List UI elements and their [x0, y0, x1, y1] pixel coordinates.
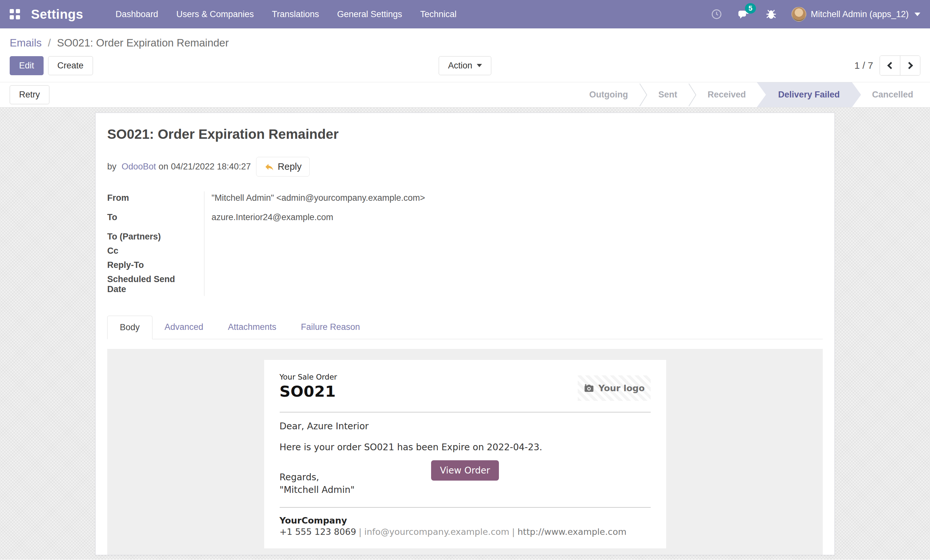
byline-by: by	[107, 162, 119, 172]
field-value: azure.Interior24@example.com	[204, 211, 823, 230]
byline-datetime: 04/21/2022 18:40:27	[171, 162, 251, 172]
messages-icon[interactable]: 5	[737, 8, 751, 21]
status-cancelled[interactable]: Cancelled	[861, 82, 924, 107]
footer-separator: |	[356, 527, 364, 537]
reply-button[interactable]: Reply	[256, 157, 309, 177]
action-dropdown-button[interactable]: Action	[439, 56, 491, 75]
footer-company: YourCompany	[280, 515, 651, 525]
chevron-down-icon	[915, 12, 920, 16]
logo-placeholder[interactable]: Your logo	[578, 375, 650, 401]
breadcrumb: Emails / SO021: Order Expiration Remaind…	[10, 32, 920, 51]
status-separator-icon	[688, 82, 696, 107]
field-scheduled-send-date: Scheduled Send Date	[107, 273, 823, 296]
pager-value: 1 / 7	[855, 60, 873, 71]
user-menu[interactable]: Mitchell Admin (apps_12)	[791, 7, 920, 22]
chevron-down-icon	[477, 64, 482, 67]
email-card: Your Sale Order SO021 Your logo Dear, Az…	[264, 360, 666, 548]
field-label: Reply-To	[107, 258, 204, 273]
divider	[280, 412, 651, 412]
field-to-partners: To (Partners)	[107, 230, 823, 244]
email-body-line: Here is your order SO021 has been Expire…	[280, 442, 651, 452]
edit-button[interactable]: Edit	[10, 56, 44, 75]
user-name: Mitchell Admin (apps_12)	[811, 9, 909, 19]
field-value	[204, 230, 823, 244]
apps-grid-icon[interactable]	[10, 9, 20, 19]
create-button[interactable]: Create	[48, 56, 93, 75]
breadcrumb-separator: /	[45, 37, 54, 49]
chevron-left-icon	[887, 62, 895, 69]
top-navbar: Settings Dashboard Users & Companies Tra…	[0, 0, 930, 28]
odoo-link[interactable]: Odoo	[482, 555, 507, 555]
footer-contact-line: +1 555 123 8069|info@yourcompany.example…	[280, 527, 651, 537]
activities-clock-icon[interactable]	[711, 8, 722, 20]
menu-users-companies[interactable]: Users & Companies	[176, 9, 254, 19]
footer-separator: |	[509, 527, 517, 537]
status-received[interactable]: Received	[696, 82, 757, 107]
footer-website: http://www.example.com	[517, 527, 627, 537]
form-background: SO021: Order Expiration Remainder by Odo…	[0, 108, 930, 560]
byline-on: on	[159, 162, 171, 172]
menu-general-settings[interactable]: General Settings	[337, 9, 402, 19]
reply-arrow-icon	[264, 162, 274, 172]
notebook-tabs: Body Advanced Attachments Failure Reason	[107, 315, 823, 339]
field-label: Scheduled Send Date	[107, 273, 204, 296]
chevron-right-icon	[905, 62, 913, 69]
status-delivery-failed[interactable]: Delivery Failed	[757, 82, 861, 107]
field-to: To azure.Interior24@example.com	[107, 211, 823, 230]
byline: by OdooBot on 04/21/2022 18:40:27 Reply	[107, 157, 823, 177]
control-panel: Emails / SO021: Order Expiration Remaind…	[0, 28, 930, 82]
view-order-button[interactable]: View Order	[431, 460, 499, 481]
camera-icon	[584, 383, 594, 393]
footer-email: info@yourcompany.example.com	[364, 527, 509, 537]
field-value	[204, 244, 823, 258]
app-title: Settings	[31, 7, 83, 22]
divider	[280, 507, 651, 508]
field-label: To	[107, 211, 204, 230]
breadcrumb-current: SO021: Order Expiration Remainder	[57, 37, 229, 49]
menu-dashboard[interactable]: Dashboard	[115, 9, 158, 19]
email-body-preview: Your Sale Order SO021 Your logo Dear, Az…	[107, 349, 823, 555]
menu-translations[interactable]: Translations	[272, 9, 319, 19]
field-value	[204, 258, 823, 273]
record-title: SO021: Order Expiration Remainder	[107, 126, 823, 142]
breadcrumb-emails-link[interactable]: Emails	[10, 37, 42, 49]
status-outgoing[interactable]: Outgoing	[578, 82, 639, 107]
email-greeting: Dear, Azure Interior	[280, 421, 651, 432]
field-from: From "Mitchell Admin" <admin@yourcompany…	[107, 191, 823, 211]
footer-phone: +1 555 123 8069	[280, 527, 356, 537]
email-order-ref: SO021	[280, 383, 337, 400]
pager-next-button[interactable]	[900, 56, 920, 75]
retry-button[interactable]: Retry	[10, 85, 49, 104]
reply-label: Reply	[278, 162, 302, 172]
logo-text: Your logo	[598, 383, 645, 393]
fields-group: From "Mitchell Admin" <admin@yourcompany…	[107, 191, 823, 296]
tab-attachments[interactable]: Attachments	[216, 316, 289, 339]
tab-advanced[interactable]: Advanced	[152, 316, 216, 339]
email-kicker: Your Sale Order	[280, 373, 337, 381]
powered-by: Powered by Odoo	[107, 555, 823, 555]
bug-icon[interactable]	[765, 8, 777, 20]
tab-failure-reason[interactable]: Failure Reason	[289, 316, 372, 339]
action-label: Action	[448, 61, 472, 71]
status-pipeline: Outgoing Sent Received Delivery Failed C…	[578, 82, 930, 107]
tab-body[interactable]: Body	[107, 316, 152, 339]
author-link[interactable]: OdooBot	[119, 162, 159, 172]
navbar-right: 5 Mitchell Admin (apps_12)	[711, 7, 920, 22]
field-label: Cc	[107, 244, 204, 258]
control-panel-buttons: Edit Create Action 1 / 7	[10, 51, 920, 82]
status-sent[interactable]: Sent	[647, 82, 688, 107]
menu-technical[interactable]: Technical	[420, 9, 457, 19]
field-label: From	[107, 191, 204, 211]
message-count-badge: 5	[745, 3, 756, 14]
field-reply-to: Reply-To	[107, 258, 823, 273]
status-separator-icon	[639, 82, 647, 107]
statusbar: Retry Outgoing Sent Received Delivery Fa…	[0, 82, 930, 108]
field-label: To (Partners)	[107, 230, 204, 244]
navbar-menu: Dashboard Users & Companies Translations…	[115, 9, 457, 19]
field-cc: Cc	[107, 244, 823, 258]
pager: 1 / 7	[855, 55, 920, 75]
signature-name: "Mitchell Admin"	[280, 483, 651, 496]
record-sheet: SO021: Order Expiration Remainder by Odo…	[95, 113, 835, 555]
field-value	[204, 273, 823, 296]
pager-previous-button[interactable]	[880, 56, 900, 75]
